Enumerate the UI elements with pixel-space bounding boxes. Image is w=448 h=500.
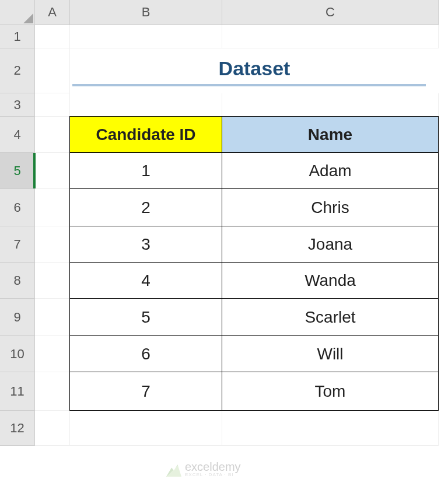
cell-B1[interactable]: [70, 25, 222, 48]
watermark-text: exceldemy EXCEL · DATA · BI: [185, 461, 241, 477]
cell-B9[interactable]: 5: [69, 298, 222, 336]
title-text: Dataset: [219, 57, 290, 80]
watermark-tagline: EXCEL · DATA · BI: [185, 473, 241, 477]
cell-B3[interactable]: [70, 93, 222, 117]
watermark-logo-icon: [166, 461, 181, 477]
cell-C1[interactable]: [222, 25, 439, 48]
cell-A3[interactable]: [35, 93, 70, 117]
cell-C12[interactable]: [222, 411, 439, 446]
cell-A1[interactable]: [35, 25, 70, 48]
dataset-title[interactable]: Dataset: [70, 48, 439, 93]
row-header-11[interactable]: 11: [0, 372, 35, 411]
cell-A7[interactable]: [35, 226, 70, 263]
cell-B10[interactable]: 6: [69, 335, 222, 372]
title-underline: [72, 84, 426, 86]
cell-A6[interactable]: [35, 189, 70, 226]
spreadsheet-grid: A B C 1 2 3 4 5 6 7 8 9 10 11 12 Dataset…: [0, 0, 448, 446]
cell-B12[interactable]: [70, 411, 222, 446]
row-header-5[interactable]: 5: [0, 153, 35, 189]
row-header-7[interactable]: 7: [0, 226, 35, 263]
cell-B6[interactable]: 2: [69, 188, 222, 226]
cell-C3[interactable]: [222, 93, 439, 117]
cell-B7[interactable]: 3: [69, 226, 222, 263]
cell-A10[interactable]: [35, 336, 70, 372]
cell-A2[interactable]: [35, 48, 70, 93]
table-header-name[interactable]: Name: [222, 116, 439, 153]
cell-B8[interactable]: 4: [69, 262, 222, 299]
col-header-C[interactable]: C: [222, 0, 439, 25]
cell-A4[interactable]: [35, 117, 70, 153]
watermark: exceldemy EXCEL · DATA · BI: [166, 461, 241, 477]
cell-A12[interactable]: [35, 411, 70, 446]
col-header-B[interactable]: B: [70, 0, 222, 25]
row-header-12[interactable]: 12: [0, 411, 35, 446]
row-header-6[interactable]: 6: [0, 189, 35, 226]
cell-C10[interactable]: Will: [222, 335, 439, 372]
cell-C8[interactable]: Wanda: [222, 262, 439, 299]
cell-B11[interactable]: 7: [69, 372, 222, 411]
table-header-candidate-id[interactable]: Candidate ID: [69, 116, 222, 153]
cell-C6[interactable]: Chris: [222, 188, 439, 226]
cell-A11[interactable]: [35, 372, 70, 411]
col-header-A[interactable]: A: [35, 0, 70, 25]
cell-A9[interactable]: [35, 299, 70, 336]
cell-A5[interactable]: [35, 153, 70, 189]
row-header-10[interactable]: 10: [0, 336, 35, 372]
watermark-brand: exceldemy: [185, 461, 241, 473]
select-all-corner[interactable]: [0, 0, 35, 25]
cell-B5[interactable]: 1: [69, 152, 222, 189]
row-header-2[interactable]: 2: [0, 48, 35, 93]
cell-A8[interactable]: [35, 263, 70, 299]
row-header-8[interactable]: 8: [0, 263, 35, 299]
row-header-1[interactable]: 1: [0, 25, 35, 48]
row-header-9[interactable]: 9: [0, 299, 35, 336]
row-header-4[interactable]: 4: [0, 117, 35, 153]
cell-C7[interactable]: Joana: [222, 226, 439, 263]
cell-C11[interactable]: Tom: [222, 372, 439, 411]
cell-C5[interactable]: Adam: [222, 152, 439, 189]
cell-C9[interactable]: Scarlet: [222, 298, 439, 336]
row-header-3[interactable]: 3: [0, 93, 35, 117]
